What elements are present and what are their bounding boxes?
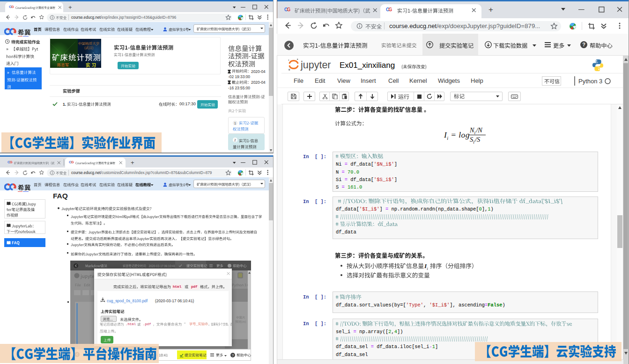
svg-text:?: ? [232,353,234,357]
svg-text:?: ? [582,42,585,47]
svg-text:2: 2 [234,138,236,142]
svg-text:1: 1 [234,122,236,125]
